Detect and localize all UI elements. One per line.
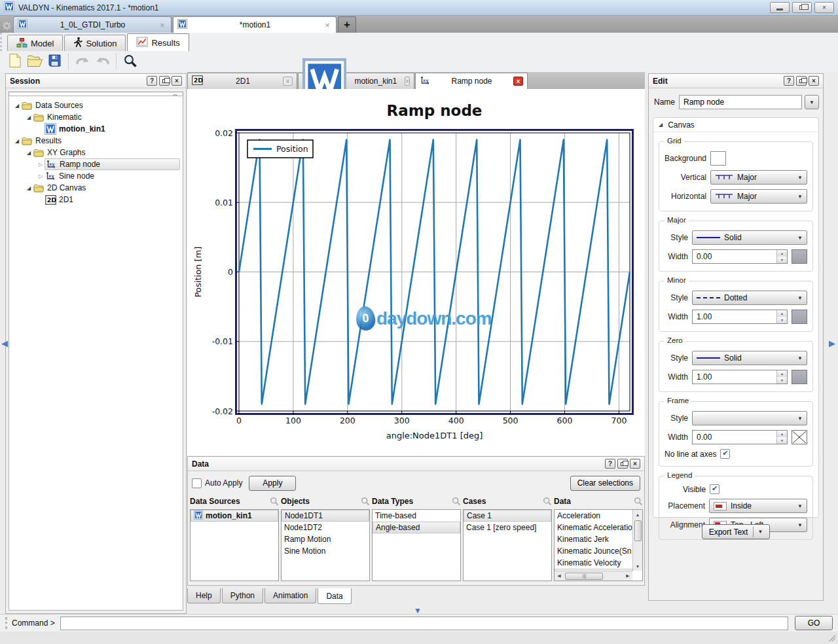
- find-button[interactable]: [120, 52, 140, 71]
- search-icon[interactable]: [361, 497, 370, 506]
- list-item-Angle-based[interactable]: Angle-based: [373, 522, 460, 533]
- expander-open-icon[interactable]: ◢: [13, 138, 21, 144]
- gear-icon[interactable]: [0, 18, 13, 33]
- search-icon[interactable]: [270, 497, 279, 506]
- spin-up-icon[interactable]: ▲: [777, 250, 787, 257]
- chart-tab-motion_kin1[interactable]: motion_kin1 ×: [298, 73, 414, 89]
- name-dropdown-button[interactable]: ▼: [805, 95, 819, 109]
- no-line-at-axes-checkbox[interactable]: [720, 449, 730, 459]
- name-input[interactable]: [679, 95, 802, 109]
- restore-button[interactable]: [792, 2, 812, 13]
- collapse-left-icon[interactable]: ◀: [1, 338, 8, 348]
- go-button[interactable]: GO: [795, 616, 833, 630]
- zero-width-spinner[interactable]: 1.00 ▲▼: [692, 370, 788, 384]
- close-icon[interactable]: ×: [809, 76, 819, 86]
- bottom-tab-python[interactable]: Python: [222, 588, 263, 603]
- spin-up-icon[interactable]: ▲: [777, 431, 787, 437]
- bottom-tab-data[interactable]: Data: [318, 588, 351, 604]
- tree-item-Sine-node[interactable]: ▷ xy Sine node: [9, 170, 183, 182]
- vertical-grid-dropdown[interactable]: Major ▼: [710, 170, 807, 185]
- float-icon[interactable]: [159, 76, 170, 86]
- list-item-Kinematic-Velocity[interactable]: Kinematic Velocity: [555, 557, 632, 569]
- close-icon[interactable]: ×: [323, 20, 332, 30]
- float-icon[interactable]: [617, 459, 628, 469]
- spin-up-icon[interactable]: ▲: [777, 310, 787, 317]
- close-icon[interactable]: ×: [172, 76, 182, 86]
- frame-style-dropdown[interactable]: ▼: [692, 411, 807, 425]
- ribbon-tab-solution[interactable]: Solution: [64, 35, 126, 51]
- scrollbar-thumb[interactable]: [634, 520, 642, 541]
- close-icon[interactable]: ×: [513, 77, 523, 86]
- list-item-Kinematic-Jounce-Sn[interactable]: Kinematic Jounce(Sn: [555, 545, 632, 557]
- list-item-Time-based[interactable]: Time-based: [373, 510, 460, 522]
- scroll-right-icon[interactable]: ▶: [623, 571, 632, 581]
- close-button[interactable]: ×: [814, 2, 834, 13]
- chart-tab-Ramp-node[interactable]: xy Ramp node ×: [415, 73, 528, 89]
- list-item-Node1DT2[interactable]: Node1DT2: [282, 522, 369, 533]
- scroll-up-icon[interactable]: ▲: [633, 510, 642, 519]
- help-icon[interactable]: ?: [605, 459, 615, 469]
- close-icon[interactable]: ×: [630, 459, 640, 469]
- list-item-Sine-Motion[interactable]: Sine Motion: [282, 545, 369, 557]
- tree-item-2D-Canvas[interactable]: ◢ 2D Canvas: [9, 182, 183, 194]
- export-text-button[interactable]: Export Text ▼: [702, 524, 771, 539]
- tree-item-Kinematic[interactable]: ◢ Kinematic: [9, 111, 183, 123]
- tree-item-XY-Graphs[interactable]: ◢ XY Graphs: [9, 147, 183, 158]
- ribbon-tab-model[interactable]: Model: [7, 35, 63, 51]
- list-item-motion_kin1[interactable]: motion_kin1: [191, 510, 278, 522]
- tree-item-2D1[interactable]: 2D 2D1: [9, 194, 183, 206]
- tree-item-Ramp-node[interactable]: ▷ xy Ramp node: [9, 158, 183, 170]
- zero-style-dropdown[interactable]: Solid ▼: [692, 351, 807, 365]
- expander-open-icon[interactable]: ◢: [25, 115, 33, 120]
- search-icon[interactable]: [543, 497, 552, 506]
- list-item-Kinematic-Acceleratio[interactable]: Kinematic Acceleratio: [555, 522, 632, 533]
- search-icon[interactable]: [452, 497, 461, 506]
- help-icon[interactable]: ?: [784, 76, 794, 86]
- bottom-tab-help[interactable]: Help: [187, 588, 221, 603]
- command-input[interactable]: [60, 617, 788, 630]
- open-file-button[interactable]: [25, 52, 45, 71]
- save-button[interactable]: [45, 52, 64, 71]
- chart-tab-2D1[interactable]: 2D 2D1 ×: [187, 73, 297, 89]
- spin-down-icon[interactable]: ▼: [777, 257, 787, 263]
- zero-color-swatch[interactable]: [792, 370, 807, 384]
- list-item-Node1DT1[interactable]: Node1DT1: [282, 510, 369, 522]
- list-item-Acceleration[interactable]: Acceleration: [555, 510, 632, 522]
- new-file-button[interactable]: [5, 52, 25, 71]
- ribbon-tab-results[interactable]: Results: [127, 33, 189, 51]
- resize-grip-icon[interactable]: [829, 635, 835, 641]
- vertical-scrollbar[interactable]: ▲ ▼: [632, 510, 642, 571]
- tree-item-motion_kin1[interactable]: motion_kin1: [9, 123, 183, 135]
- scroll-down-icon[interactable]: ▼: [633, 562, 642, 571]
- tree-item-Results[interactable]: ◢ Results: [9, 135, 183, 147]
- minor-width-spinner[interactable]: 1.00 ▲▼: [692, 310, 788, 324]
- help-icon[interactable]: ?: [147, 76, 157, 86]
- scrollbar-thumb[interactable]: [565, 573, 603, 580]
- float-icon[interactable]: [796, 76, 807, 86]
- horizontal-scrollbar[interactable]: ◀ ▶: [555, 571, 632, 581]
- expander-open-icon[interactable]: ◢: [13, 103, 21, 109]
- expander-closed-icon[interactable]: ▷: [37, 173, 45, 179]
- spin-down-icon[interactable]: ▼: [777, 437, 787, 444]
- list-item-Kinematic-Jerk[interactable]: Kinematic Jerk: [555, 533, 632, 545]
- apply-button[interactable]: Apply: [249, 476, 296, 491]
- list-item-Ramp-Motion[interactable]: Ramp Motion: [282, 533, 369, 545]
- undo-button[interactable]: [73, 52, 92, 71]
- close-icon[interactable]: ×: [405, 77, 410, 86]
- drag-grip[interactable]: [5, 617, 7, 629]
- list-item-Case-1-zero-speed-[interactable]: Case 1 [zero speed]: [464, 522, 551, 533]
- spin-down-icon[interactable]: ▼: [777, 317, 787, 323]
- bottom-tab-animation[interactable]: Animation: [264, 588, 316, 603]
- close-icon[interactable]: ×: [283, 77, 293, 86]
- search-icon[interactable]: [634, 497, 643, 506]
- minor-style-dropdown[interactable]: Dotted ▼: [692, 291, 807, 305]
- legend-visible-checkbox[interactable]: [710, 484, 720, 494]
- minimize-button[interactable]: [770, 2, 790, 13]
- collapse-right-icon[interactable]: ▶: [829, 338, 835, 348]
- scroll-left-icon[interactable]: ◀: [555, 571, 564, 581]
- spin-up-icon[interactable]: ▲: [777, 370, 787, 377]
- expander-closed-icon[interactable]: ▷: [37, 162, 45, 168]
- canvas-section-header[interactable]: ◢ Canvas: [653, 118, 818, 132]
- clear-selections-button[interactable]: Clear selections: [570, 476, 640, 491]
- close-icon[interactable]: ×: [158, 20, 167, 30]
